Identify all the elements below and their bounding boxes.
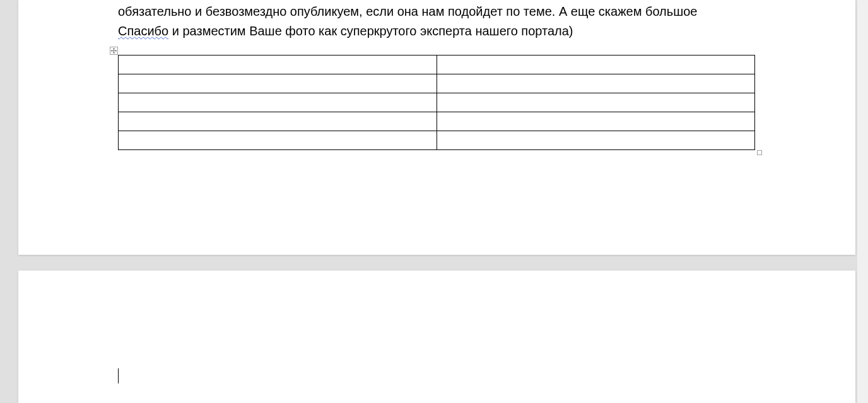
document-page-1[interactable]: обязательно и безвозмездно опубликуем, е… xyxy=(18,0,855,255)
paragraph-line-2-rest: и разместим Ваше фото как суперкрутого э… xyxy=(168,24,573,38)
table-cell[interactable] xyxy=(119,55,437,74)
text-cursor xyxy=(118,368,119,383)
move-icon xyxy=(111,48,117,54)
table-cell[interactable] xyxy=(119,74,437,93)
document-table-container xyxy=(118,55,756,150)
table-cell[interactable] xyxy=(437,131,755,150)
table-cell[interactable] xyxy=(119,93,437,112)
table-cell[interactable] xyxy=(437,93,755,112)
table-row[interactable] xyxy=(119,55,755,74)
table-move-handle[interactable] xyxy=(110,47,118,55)
table-row[interactable] xyxy=(119,112,755,131)
table-cell[interactable] xyxy=(119,131,437,150)
table-resize-handle[interactable] xyxy=(757,150,762,155)
table-cell[interactable] xyxy=(437,112,755,131)
document-page-2[interactable] xyxy=(18,271,855,403)
table-cell[interactable] xyxy=(119,112,437,131)
table-cell[interactable] xyxy=(437,55,755,74)
spellcheck-word[interactable]: Спасибо xyxy=(118,24,168,38)
table-row[interactable] xyxy=(119,74,755,93)
table-cell[interactable] xyxy=(437,74,755,93)
vertical-scrollbar[interactable] xyxy=(857,0,868,403)
table-row[interactable] xyxy=(119,93,755,112)
paragraph-text[interactable]: обязательно и безвозмездно опубликуем, е… xyxy=(118,2,756,41)
paragraph-line-1: обязательно и безвозмездно опубликуем, е… xyxy=(118,4,697,18)
table-row[interactable] xyxy=(119,131,755,150)
document-table[interactable] xyxy=(118,55,755,150)
